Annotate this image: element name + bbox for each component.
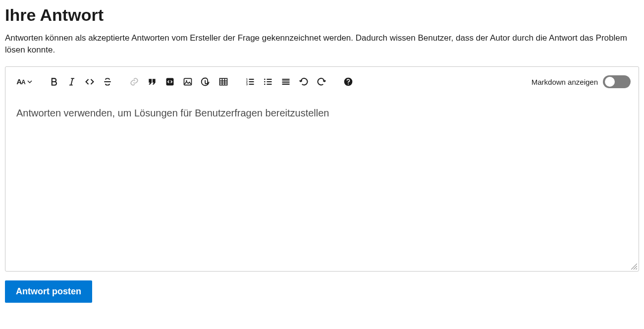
align-button[interactable] <box>278 74 294 90</box>
svg-rect-3 <box>220 79 227 85</box>
page-title: Ihre Antwort <box>5 5 639 25</box>
svg-point-9 <box>264 84 266 85</box>
undo-button[interactable] <box>296 74 312 90</box>
table-icon <box>218 77 228 87</box>
ordered-list-icon: 123 <box>245 77 255 87</box>
editor-textarea[interactable]: Antworten verwenden, um Lösungen für Ben… <box>13 99 631 267</box>
help-icon <box>343 77 353 87</box>
strikethrough-icon <box>103 77 112 87</box>
page-description: Antworten können als akzeptierte Antwort… <box>5 32 639 56</box>
align-icon <box>281 77 291 87</box>
markdown-toggle-label: Markdown anzeigen <box>532 78 598 86</box>
toggle-knob <box>605 77 615 87</box>
svg-point-8 <box>264 81 266 83</box>
bold-button[interactable] <box>46 74 62 90</box>
strikethrough-button[interactable] <box>100 74 115 90</box>
redo-icon <box>317 77 326 87</box>
link-button[interactable] <box>126 74 142 90</box>
svg-point-11 <box>348 84 349 85</box>
markdown-toggle[interactable] <box>603 75 631 88</box>
quote-icon <box>147 77 157 87</box>
unordered-list-button[interactable] <box>260 74 276 90</box>
code-block-button[interactable] <box>162 74 178 90</box>
font-size-icon: AA <box>16 77 25 86</box>
unordered-list-icon <box>263 77 273 87</box>
italic-icon <box>67 77 77 87</box>
table-button[interactable] <box>215 74 231 90</box>
image-button[interactable] <box>180 74 196 90</box>
editor-container: AA <box>5 66 639 272</box>
help-button[interactable] <box>340 74 356 90</box>
resize-handle[interactable] <box>631 263 638 270</box>
editor-placeholder: Antworten verwenden, um Lösungen für Ben… <box>16 108 628 119</box>
attachment-icon <box>201 77 211 87</box>
redo-button[interactable] <box>314 74 329 90</box>
chevron-down-icon <box>27 79 32 84</box>
code-icon <box>85 77 95 87</box>
bold-icon <box>49 77 59 87</box>
link-icon <box>129 77 139 87</box>
svg-text:3: 3 <box>246 83 248 86</box>
attachment-button[interactable] <box>198 74 214 90</box>
code-block-icon <box>165 77 175 87</box>
image-icon <box>183 77 193 87</box>
post-answer-button[interactable]: Antwort posten <box>5 280 92 303</box>
undo-icon <box>299 77 309 87</box>
quote-button[interactable] <box>144 74 160 90</box>
code-inline-button[interactable] <box>82 74 98 90</box>
svg-rect-1 <box>184 79 192 85</box>
italic-button[interactable] <box>64 74 80 90</box>
font-size-picker[interactable]: AA <box>13 74 35 90</box>
ordered-list-button[interactable]: 123 <box>242 74 258 90</box>
svg-point-7 <box>264 79 266 80</box>
editor-toolbar: AA <box>13 74 631 90</box>
